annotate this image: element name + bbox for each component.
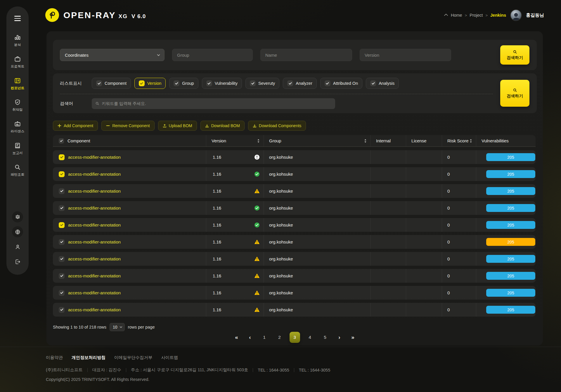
internal-value — [370, 218, 406, 232]
search-button-bottom[interactable]: 검색하기 — [500, 80, 529, 107]
component-link[interactable]: access-modifier-annotation — [68, 239, 121, 244]
row-checkbox[interactable] — [59, 171, 65, 177]
prev-page-button[interactable]: ‹ — [246, 332, 254, 343]
coordinates-select[interactable]: Coordinates — [60, 49, 165, 61]
vulnerabilities-badge[interactable]: 205 — [486, 238, 535, 246]
row-checkbox[interactable] — [59, 222, 65, 228]
name-input[interactable] — [260, 49, 352, 61]
sort-version-icon[interactable] — [257, 139, 260, 143]
download-bom-button[interactable]: Download BOM — [200, 121, 245, 131]
vulnerabilities-badge[interactable]: 205 — [486, 170, 535, 178]
search-button-top[interactable]: 검색하기 — [500, 45, 529, 65]
breadcrumb-item-jenkins[interactable]: Jenkins — [490, 13, 506, 18]
first-page-button[interactable]: « — [232, 332, 241, 343]
rows-per-page-select[interactable]: 10 — [110, 323, 125, 331]
filter-chip-severuty[interactable]: Severuty — [245, 78, 279, 89]
component-link[interactable]: access-modifier-annotation — [68, 273, 121, 278]
gear-button[interactable] — [12, 211, 23, 222]
footer-link[interactable]: 이용약관 — [46, 355, 63, 360]
internal-value — [370, 286, 406, 300]
footer-link[interactable]: 개인정보처리방침 — [72, 355, 105, 360]
avatar[interactable] — [510, 9, 522, 21]
sidebar-item-briefcase[interactable]: 프로젝트 — [11, 56, 25, 69]
filter-chip-attributed-on[interactable]: Attributed On — [320, 78, 362, 89]
header-license: License — [411, 138, 427, 143]
add-component-button[interactable]: Add Component — [53, 121, 98, 131]
version-input[interactable] — [360, 49, 451, 61]
sidebar-item-component[interactable]: 컴포넌트 — [11, 77, 25, 90]
sidebar-item-report[interactable]: 보고서 — [11, 142, 25, 155]
page-3-button[interactable]: 3 — [290, 332, 300, 343]
row-checkbox[interactable] — [59, 273, 65, 279]
globe-button[interactable] — [12, 226, 23, 237]
last-page-button[interactable]: » — [349, 332, 357, 343]
sidebar-item-search[interactable]: 패턴조회 — [11, 164, 25, 177]
header-group: Group — [269, 138, 281, 143]
select-all-checkbox[interactable] — [59, 138, 64, 144]
row-checkbox[interactable] — [59, 239, 65, 245]
component-link[interactable]: access-modifier-annotation — [68, 256, 121, 261]
vulnerabilities-badge[interactable]: 205 — [486, 272, 535, 280]
filter-chip-group[interactable]: Group — [169, 78, 198, 89]
sort-risk-score-icon[interactable] — [470, 139, 472, 143]
user-button[interactable] — [12, 241, 23, 252]
sidebar-item-shield-check[interactable]: 취약점 — [11, 99, 25, 112]
remove-component-button[interactable]: Remove Component — [101, 121, 154, 131]
component-link[interactable]: access-modifier-annotation — [68, 172, 121, 177]
breadcrumb-item-project[interactable]: Project — [470, 13, 483, 18]
page-1-button[interactable]: 1 — [259, 332, 270, 343]
vulnerabilities-badge[interactable]: 205 — [486, 289, 535, 297]
logout-button[interactable] — [12, 256, 23, 267]
component-link[interactable]: access-modifier-annotation — [68, 206, 121, 210]
warning-status-icon — [254, 188, 260, 194]
sort-group-icon[interactable] — [364, 139, 367, 143]
footer-link[interactable]: 이메일무단수집거부 — [114, 355, 153, 360]
filter-chip-vulnerability[interactable]: Vulnerability — [202, 78, 242, 89]
page-4-button[interactable]: 4 — [305, 332, 315, 343]
row-checkbox[interactable] — [59, 188, 65, 194]
main-panel: Coordinates 검색하기 리스트표시 Component Version — [46, 31, 543, 346]
filter-chip-version[interactable]: Version — [134, 78, 166, 89]
menu-toggle-button[interactable] — [13, 15, 22, 22]
sidebar-item-license[interactable]: 라이센스 — [11, 120, 25, 134]
version-value: 1.16 — [213, 307, 221, 312]
filter-chip-analyzer[interactable]: Analyzer — [283, 78, 316, 89]
component-link[interactable]: access-modifier-annotation — [68, 290, 121, 295]
row-checkbox[interactable] — [59, 205, 65, 211]
vulnerabilities-badge[interactable]: 205 — [486, 221, 535, 229]
risk-score-value: 0 — [447, 256, 450, 261]
next-page-button[interactable]: › — [335, 332, 344, 343]
breadcrumb-item-home[interactable]: Home — [451, 13, 462, 18]
risk-score-value: 0 — [447, 222, 450, 227]
sidebar-item-bar-chart[interactable]: 분석 — [11, 34, 25, 47]
component-link[interactable]: access-modifier-annotation — [68, 222, 121, 227]
divider — [294, 368, 294, 372]
list-display-label: 리스트표시 — [60, 81, 92, 86]
checkbox-icon — [287, 80, 293, 86]
keyword-input[interactable] — [92, 98, 335, 109]
row-checkbox[interactable] — [59, 307, 65, 313]
group-value: org.kohsuke — [269, 273, 293, 278]
row-checkbox[interactable] — [59, 256, 65, 262]
vulnerabilities-badge[interactable]: 205 — [486, 153, 535, 161]
table-header-row: Component Version Group Internal License… — [53, 135, 536, 147]
group-input[interactable] — [172, 49, 253, 61]
page-2-button[interactable]: 2 — [274, 332, 285, 343]
logo-suffix: XG — [119, 13, 128, 20]
component-link[interactable]: access-modifier-annotation — [68, 155, 121, 160]
filter-chip-component[interactable]: Component — [92, 78, 131, 89]
filter-chip-analysis[interactable]: Analysis — [366, 78, 399, 89]
vulnerabilities-badge[interactable]: 205 — [486, 204, 535, 212]
vulnerabilities-badge[interactable]: 205 — [486, 187, 535, 195]
upload-bom-button[interactable]: Upload BOM — [158, 121, 197, 131]
page-5-button[interactable]: 5 — [320, 332, 330, 343]
component-link[interactable]: access-modifier-annotation — [68, 189, 121, 194]
footer-link[interactable]: 사이트맵 — [161, 355, 178, 360]
component-link[interactable]: access-modifier-annotation — [68, 307, 121, 312]
row-checkbox[interactable] — [59, 154, 65, 160]
license-value — [406, 201, 442, 215]
vulnerabilities-badge[interactable]: 205 — [486, 306, 535, 314]
vulnerabilities-badge[interactable]: 205 — [486, 255, 535, 263]
row-checkbox[interactable] — [59, 290, 65, 296]
download-components-button[interactable]: Download Components — [248, 121, 306, 131]
